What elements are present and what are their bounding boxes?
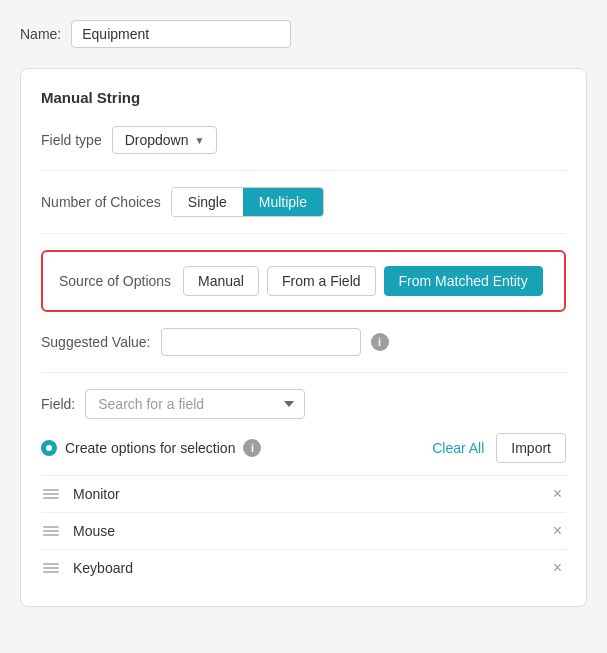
options-right: Clear All Import xyxy=(432,433,566,463)
source-of-options-section: Source of Options Manual From a Field Fr… xyxy=(41,250,566,312)
create-options-info-icon: i xyxy=(243,439,261,457)
multiple-button[interactable]: Multiple xyxy=(243,188,323,216)
source-matched-button[interactable]: From Matched Entity xyxy=(384,266,543,296)
options-row: Create options for selection i Clear All… xyxy=(41,433,566,463)
drag-handle-icon[interactable] xyxy=(41,487,61,501)
field-type-value: Dropdown xyxy=(125,132,189,148)
name-label: Name: xyxy=(20,26,61,42)
drag-handle-icon[interactable] xyxy=(41,561,61,575)
name-row: Name: xyxy=(20,20,587,48)
divider-2 xyxy=(41,233,566,234)
source-options-group: Manual From a Field From Matched Entity xyxy=(183,266,543,296)
source-manual-button[interactable]: Manual xyxy=(183,266,259,296)
field-type-label: Field type xyxy=(41,132,102,148)
suggested-value-row: Suggested Value: i xyxy=(41,328,566,356)
radio-dot xyxy=(46,445,52,451)
create-options-left: Create options for selection i xyxy=(41,439,261,457)
import-button[interactable]: Import xyxy=(496,433,566,463)
suggested-info-icon: i xyxy=(371,333,389,351)
field-select-dropdown[interactable]: Search for a field xyxy=(85,389,305,419)
number-of-choices-row: Number of Choices Single Multiple xyxy=(41,187,566,217)
source-field-button[interactable]: From a Field xyxy=(267,266,376,296)
create-options-radio[interactable] xyxy=(41,440,57,456)
divider-1 xyxy=(41,170,566,171)
suggested-value-label: Suggested Value: xyxy=(41,334,151,350)
single-button[interactable]: Single xyxy=(172,188,243,216)
field-type-row: Field type Dropdown ▼ xyxy=(41,126,566,154)
chevron-down-icon: ▼ xyxy=(195,135,205,146)
source-of-options-label: Source of Options xyxy=(59,273,171,289)
create-options-label: Create options for selection xyxy=(65,440,235,456)
item-text-mouse: Mouse xyxy=(73,523,537,539)
choices-toggle-group: Single Multiple xyxy=(171,187,324,217)
item-text-keyboard: Keyboard xyxy=(73,560,537,576)
clear-all-button[interactable]: Clear All xyxy=(432,440,484,456)
list-items-container: Monitor × Mouse × Keyboard × xyxy=(41,475,566,586)
field-type-dropdown[interactable]: Dropdown ▼ xyxy=(112,126,218,154)
list-item: Monitor × xyxy=(41,475,566,512)
list-item: Keyboard × xyxy=(41,549,566,586)
main-card: Manual String Field type Dropdown ▼ Numb… xyxy=(20,68,587,607)
suggested-value-input[interactable] xyxy=(161,328,361,356)
list-item: Mouse × xyxy=(41,512,566,549)
remove-mouse-button[interactable]: × xyxy=(549,523,566,539)
number-of-choices-label: Number of Choices xyxy=(41,194,161,210)
field-select-label: Field: xyxy=(41,396,75,412)
item-text-monitor: Monitor xyxy=(73,486,537,502)
card-title: Manual String xyxy=(41,89,566,106)
remove-keyboard-button[interactable]: × xyxy=(549,560,566,576)
divider-3 xyxy=(41,372,566,373)
name-input[interactable] xyxy=(71,20,291,48)
remove-monitor-button[interactable]: × xyxy=(549,486,566,502)
drag-handle-icon[interactable] xyxy=(41,524,61,538)
field-select-row: Field: Search for a field xyxy=(41,389,566,419)
